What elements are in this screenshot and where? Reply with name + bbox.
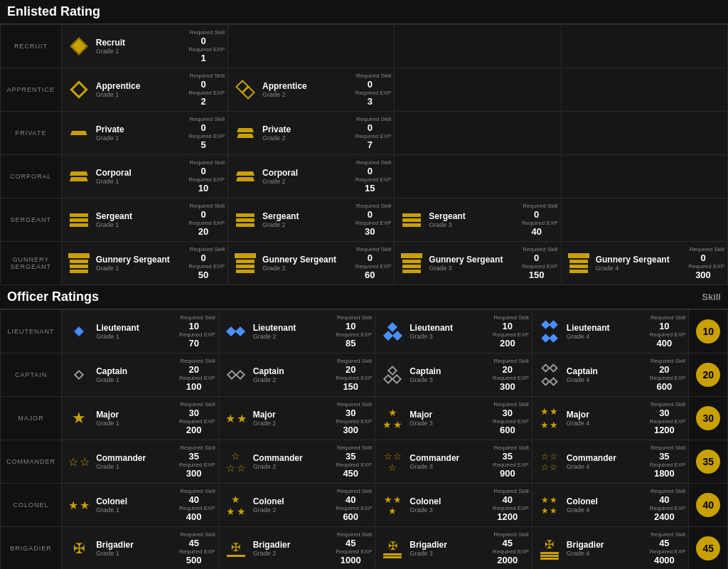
grade-cell: Sergeant Grade 2 Required Skill 0 Requir… (228, 198, 395, 242)
officer-title: Officer Ratings (7, 289, 99, 304)
grade-cell: Gunnery Sergeant Grade 3 Required Skill … (395, 242, 561, 285)
rank-cell: Recruit Grade 1 Required Skill 0 Require… (62, 25, 228, 68)
rank-stats: Required Skill 45 Required EXP 1000 (329, 531, 372, 565)
rank-stats: Required Skill 45 Required EXP 4000 (643, 531, 685, 565)
rank-info: Colonel Grade 1 (93, 496, 173, 514)
rank-name: Brigadier (96, 540, 173, 550)
rank-grade: Grade 3 (429, 265, 515, 272)
rank-info: Lieutenant Grade 1 (93, 323, 173, 340)
rank-cell: Corporal Grade 2 Required Skill 0 Requir… (228, 155, 394, 198)
rank-name: Gunnery Sergeant (262, 255, 348, 265)
rank-icon-apprentice2 (231, 77, 259, 102)
rank-name: Apprentice (262, 81, 348, 91)
rank-stats: Required Skill 35 Required EXP 1800 (643, 445, 685, 479)
rank-icon-cap2 (222, 362, 250, 388)
grade-cell: Lieutenant Grade 2 Required Skill 10 Req… (218, 310, 375, 353)
rank-cell: ☆☆☆ Commander Grade 3 Required Skill 35 … (375, 440, 532, 483)
row-label: MAJOR (1, 397, 62, 440)
rank-icon-private2 (231, 120, 259, 146)
rank-grade: Grade 4 (567, 376, 643, 383)
rank-name: Captain (567, 366, 643, 376)
grade-cell: ★★ Colonel Grade 1 Required Skill 40 Req… (62, 484, 219, 527)
rank-stats: Required Skill 20 Required EXP 300 (486, 358, 529, 392)
rank-cell: ✠ Brigadier Grade 3 Required Skill 45 Re… (375, 527, 532, 569)
grade-cell: Captain Grade 2 Required Skill 20 Requir… (218, 353, 375, 397)
rank-icon-lt3 (378, 319, 407, 344)
rank-name: Captain (253, 366, 330, 376)
row-label: COLONEL (1, 484, 62, 527)
rank-stats: Required Skill 40 Required EXP 2400 (643, 488, 685, 522)
rank-info: Major Grade 2 (250, 410, 330, 427)
enlisted-title: Enlisted Rating (7, 4, 100, 19)
rank-grade: Grade 1 (96, 506, 173, 514)
officer-row: BRIGADIER ✠ Brigadier Grade 1 Required S… (1, 527, 728, 570)
grade-cell: Captain Grade 4 Required Skill 20 Requir… (532, 353, 689, 397)
rank-grade: Grade 4 (596, 265, 682, 272)
rank-icon-col1: ★★ (65, 492, 93, 518)
rank-grade: Grade 2 (262, 91, 348, 98)
rank-icon-gunnery2 (231, 250, 259, 276)
rank-icon-sergeant1 (65, 207, 93, 233)
rank-info: Commander Grade 1 (93, 453, 173, 470)
rank-stats: Required Skill 40 Required EXP 1200 (486, 488, 529, 522)
row-label: CAPTAIN (1, 353, 62, 397)
rank-grade: Grade 2 (253, 550, 330, 557)
grade-cell: Corporal Grade 1 Required Skill 0 Requir… (61, 155, 228, 198)
grade-cell: ★★★ Colonel Grade 3 Required Skill 40 Re… (375, 484, 532, 527)
rank-cell: Captain Grade 2 Required Skill 20 Requir… (219, 353, 375, 396)
rank-cell: Apprentice Grade 2 Required Skill 0 Requ… (228, 68, 394, 111)
rank-icon-cmd4: ☆☆☆☆ (535, 449, 564, 474)
rank-grade: Grade 2 (262, 134, 348, 142)
rank-cell: Lieutenant Grade 4 Required Skill 10 Req… (532, 310, 689, 353)
rank-info: Lieutenant Grade 2 (250, 323, 330, 340)
rank-stats: Required Skill 0 Required EXP 15 (348, 159, 391, 193)
rank-stats: Required Skill 20 Required EXP 150 (329, 358, 372, 392)
rank-cell: Private Grade 1 Required Skill 0 Require… (62, 112, 228, 154)
rank-cell: Sergeant Grade 2 Required Skill 0 Requir… (228, 198, 394, 241)
rank-cell: ☆☆☆ Commander Grade 2 Required Skill 35 … (219, 440, 375, 483)
officer-row: LIEUTENANT Lieutenant Grade 1 Required S… (1, 310, 728, 353)
rank-info: Corporal Grade 2 (259, 168, 348, 185)
rank-grade: Grade 1 (96, 178, 182, 185)
rank-name: Major (253, 410, 330, 420)
rank-cell: ✠ Brigadier Grade 1 Required Skill 45 Re… (62, 527, 218, 569)
rank-stats: Required Skill 0 Required EXP 20 (182, 203, 225, 237)
row-label: PRIVATE (1, 112, 62, 155)
rank-info: Lieutenant Grade 3 (407, 323, 486, 340)
enlisted-table: RECRUIT Recruit Grade 1 Required Skill 0… (0, 24, 728, 285)
rank-cell: Gunnery Sergeant Grade 2 Required Skill … (228, 242, 394, 284)
grade-cell: Sergeant Grade 1 Required Skill 0 Requir… (61, 198, 228, 242)
grade-cell: Lieutenant Grade 3 Required Skill 10 Req… (375, 310, 532, 353)
rank-grade: Grade 1 (96, 550, 173, 557)
rank-grade: Grade 2 (253, 463, 330, 470)
rank-info: Commander Grade 2 (250, 453, 330, 470)
skill-header-label: Skill (702, 292, 721, 302)
rank-grade: Grade 1 (96, 91, 182, 98)
rank-grade: Grade 2 (262, 265, 348, 272)
rank-stats: Required Skill 0 Required EXP 150 (515, 246, 558, 280)
rank-cell: ★★★★ Major Grade 4 Required Skill 30 Req… (532, 397, 689, 440)
rank-icon-col3: ★★★ (378, 494, 407, 516)
enlisted-row: PRIVATE Private Grade 1 Required Skill 0… (1, 112, 728, 155)
officer-row: COLONEL ★★ Colonel Grade 1 Required Skil… (1, 484, 728, 527)
rank-cell: Lieutenant Grade 3 Required Skill 10 Req… (375, 310, 532, 353)
rank-grade: Grade 1 (96, 376, 173, 383)
rank-cell: ✠ Brigadier Grade 2 Required Skill 45 Re… (219, 527, 375, 569)
grade-cell: ✠ Brigadier Grade 3 Required Skill 45 Re… (375, 527, 532, 570)
grade-cell: Captain Grade 1 Required Skill 20 Requir… (62, 353, 219, 397)
rank-icon-brig3: ✠ (378, 536, 407, 561)
grade-cell: ★ Major Grade 1 Required Skill 30 Requir… (62, 397, 219, 440)
rank-info: Brigadier Grade 2 (250, 540, 330, 557)
rank-info: Apprentice Grade 2 (259, 81, 348, 98)
rank-stats: Required Skill 10 Required EXP 70 (173, 314, 215, 349)
rank-cell: ☆☆☆☆ Commander Grade 4 Required Skill 35… (532, 440, 689, 483)
rank-icon-cmd1: ☆☆ (65, 449, 93, 474)
rank-cell: ★★★ Colonel Grade 3 Required Skill 40 Re… (375, 484, 532, 526)
rank-stats: Required Skill 0 Required EXP 40 (515, 203, 558, 237)
grade-cell (561, 112, 727, 155)
enlisted-row: RECRUIT Recruit Grade 1 Required Skill 0… (1, 25, 728, 68)
rank-info: Colonel Grade 2 (250, 496, 330, 514)
row-label: BRIGADIER (1, 527, 62, 570)
rank-grade: Grade 1 (96, 463, 173, 470)
rank-info: Colonel Grade 4 (564, 496, 643, 514)
